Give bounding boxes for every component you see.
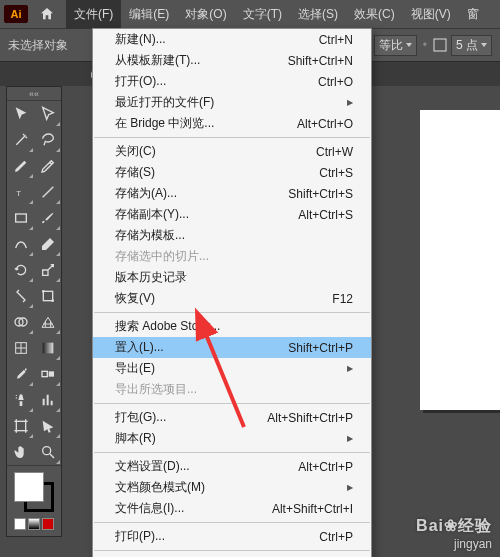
menu-item-label: 打印(P)...	[115, 528, 165, 545]
direct-selection-tool[interactable]	[34, 101, 61, 127]
mode-none[interactable]	[42, 518, 54, 530]
menu-item-label: 打开(O)...	[115, 73, 166, 90]
artboard-tool[interactable]	[7, 413, 34, 439]
svg-rect-11	[42, 371, 47, 376]
shape-builder-tool[interactable]	[7, 309, 34, 335]
menu-select[interactable]: 选择(S)	[290, 0, 346, 29]
eyedropper-tool[interactable]	[7, 361, 34, 387]
menu-item[interactable]: 版本历史记录	[93, 267, 371, 288]
lasso-tool[interactable]	[34, 127, 61, 153]
svg-rect-0	[434, 39, 446, 51]
menu-item-label: 搜索 Adobe Stock...	[115, 318, 220, 335]
menu-item[interactable]: 打包(G)...Alt+Shift+Ctrl+P	[93, 407, 371, 428]
menu-item: 存储选中的切片...	[93, 246, 371, 267]
blend-tool[interactable]	[34, 361, 61, 387]
menu-item[interactable]: 新建(N)...Ctrl+N	[93, 29, 371, 50]
menu-object[interactable]: 对象(O)	[177, 0, 234, 29]
menu-item[interactable]: 打开(O)...Ctrl+O	[93, 71, 371, 92]
free-transform-tool[interactable]	[34, 283, 61, 309]
menu-effect[interactable]: 效果(C)	[346, 0, 403, 29]
rectangle-tool[interactable]	[7, 205, 34, 231]
curvature-tool[interactable]	[34, 153, 61, 179]
menu-item[interactable]: 存储为模板...	[93, 225, 371, 246]
watermark: Bai❀经验 jingyan	[416, 516, 492, 551]
gradient-tool[interactable]	[34, 335, 61, 361]
svg-point-6	[51, 299, 54, 302]
width-tool[interactable]	[7, 283, 34, 309]
top-bar: Ai 文件(F) 编辑(E) 对象(O) 文字(T) 选择(S) 效果(C) 视…	[0, 0, 500, 28]
menu-item[interactable]: 打印(P)...Ctrl+P	[93, 526, 371, 547]
menu-item-shortcut: Shift+Ctrl+S	[288, 187, 353, 201]
paintbrush-tool[interactable]	[34, 205, 61, 231]
stroke-icon	[433, 38, 447, 52]
fill-swatch[interactable]	[14, 472, 44, 502]
menu-item-label: 关闭(C)	[115, 143, 156, 160]
slice-tool[interactable]	[34, 413, 61, 439]
menu-view[interactable]: 视图(V)	[403, 0, 459, 29]
menu-item[interactable]: 搜索 Adobe Stock...	[93, 316, 371, 337]
menu-item[interactable]: 在 Bridge 中浏览...Alt+Ctrl+O	[93, 113, 371, 134]
eraser-tool[interactable]	[34, 231, 61, 257]
menu-item-label: 导出所选项目...	[115, 381, 197, 398]
menu-item-label: 最近打开的文件(F)	[115, 94, 214, 111]
symbol-sprayer-tool[interactable]	[7, 387, 34, 413]
menu-item-label: 存储(S)	[115, 164, 155, 181]
type-tool[interactable]: T	[7, 179, 34, 205]
menu-item[interactable]: 存储副本(Y)...Alt+Ctrl+S	[93, 204, 371, 225]
column-graph-tool[interactable]	[34, 387, 61, 413]
svg-text:T: T	[16, 189, 21, 198]
menu-item[interactable]: 从模板新建(T)...Shift+Ctrl+N	[93, 50, 371, 71]
svg-point-14	[15, 397, 16, 398]
perspective-grid-tool[interactable]	[34, 309, 61, 335]
menu-item-label: 置入(L)...	[115, 339, 164, 356]
menu-item[interactable]: 关闭(C)Ctrl+W	[93, 141, 371, 162]
menu-item-label: 文件信息(I)...	[115, 500, 184, 517]
menu-item-label: 存储副本(Y)...	[115, 206, 189, 223]
menu-item[interactable]: 恢复(V)F12	[93, 288, 371, 309]
chevron-down-icon	[481, 43, 487, 47]
menu-item-shortcut: Ctrl+S	[319, 166, 353, 180]
menu-item-shortcut: Alt+Shift+Ctrl+P	[267, 411, 353, 425]
app-badge: Ai	[4, 5, 28, 23]
menu-item[interactable]: 文档设置(D)...Alt+Ctrl+P	[93, 456, 371, 477]
svg-rect-3	[15, 214, 26, 222]
zoom-tool[interactable]	[34, 439, 61, 465]
menu-window[interactable]: 窗	[459, 0, 487, 29]
scale-tool[interactable]	[34, 257, 61, 283]
menu-item[interactable]: 导出(E)	[93, 358, 371, 379]
mode-gradient[interactable]	[28, 518, 40, 530]
menu-item-shortcut: Shift+Ctrl+P	[288, 341, 353, 355]
panel-collapse-icon[interactable]: ««	[7, 87, 61, 101]
line-tool[interactable]	[34, 179, 61, 205]
menu-item[interactable]: 文档颜色模式(M)	[93, 477, 371, 498]
menu-file[interactable]: 文件(F)	[66, 0, 121, 29]
pen-tool[interactable]	[7, 153, 34, 179]
menu-type[interactable]: 文字(T)	[235, 0, 290, 29]
color-swatches[interactable]	[7, 466, 61, 536]
menu-item-label: 在 Bridge 中浏览...	[115, 115, 214, 132]
mode-color[interactable]	[14, 518, 26, 530]
menu-item[interactable]: 最近打开的文件(F)	[93, 92, 371, 113]
hand-tool[interactable]	[7, 439, 34, 465]
scale-field[interactable]: 等比	[374, 35, 417, 56]
menu-item-shortcut: Ctrl+P	[319, 530, 353, 544]
selection-tool[interactable]	[7, 101, 34, 127]
file-menu: 新建(N)...Ctrl+N从模板新建(T)...Shift+Ctrl+N打开(…	[92, 28, 372, 557]
menu-item-label: 版本历史记录	[115, 269, 187, 286]
menu-item[interactable]: 置入(L)...Shift+Ctrl+P	[93, 337, 371, 358]
menu-item-label: 导出(E)	[115, 360, 155, 377]
shaper-tool[interactable]	[7, 231, 34, 257]
mesh-tool[interactable]	[7, 335, 34, 361]
artboard	[420, 110, 500, 410]
rotate-tool[interactable]	[7, 257, 34, 283]
svg-point-13	[15, 395, 16, 396]
magic-wand-tool[interactable]	[7, 127, 34, 153]
stroke-field[interactable]: 5 点	[433, 35, 492, 56]
menu-item[interactable]: 存储为(A)...Shift+Ctrl+S	[93, 183, 371, 204]
menu-item-shortcut: Ctrl+W	[316, 145, 353, 159]
home-icon[interactable]	[36, 3, 58, 25]
menu-item[interactable]: 存储(S)Ctrl+S	[93, 162, 371, 183]
menu-item[interactable]: 脚本(R)	[93, 428, 371, 449]
menu-edit[interactable]: 编辑(E)	[121, 0, 177, 29]
menu-item[interactable]: 文件信息(I)...Alt+Shift+Ctrl+I	[93, 498, 371, 519]
